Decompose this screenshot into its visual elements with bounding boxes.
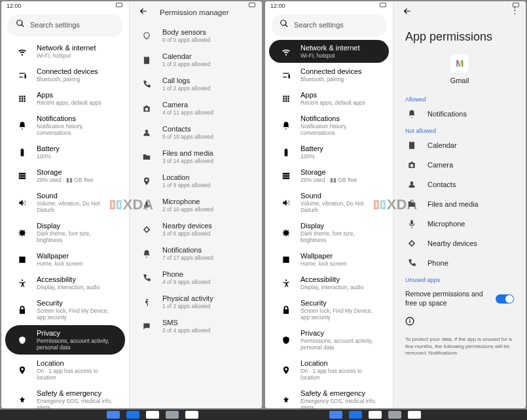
- app-perm-files-and-media[interactable]: Files and media: [393, 194, 526, 214]
- permission-location[interactable]: Location 1 of 9 apps allowed: [130, 169, 262, 193]
- settings-item-wallpaper[interactable]: Wallpaper Home, lock screen: [5, 248, 125, 271]
- lock-icon: [17, 305, 27, 315]
- perm-subtitle: 3 of 6 apps allowed: [162, 230, 212, 237]
- toggle-switch[interactable]: [496, 294, 514, 304]
- item-title: Battery: [37, 145, 60, 152]
- settings-item-connected-devices[interactable]: Connected devices Bluetooth, pairing: [269, 63, 389, 86]
- taskbar-app-icon[interactable]: [408, 411, 421, 419]
- perm-title: Call logs: [162, 77, 210, 84]
- taskbar-app-icon[interactable]: [369, 411, 382, 419]
- contacts-icon: [141, 128, 152, 138]
- taskbar: [0, 410, 527, 420]
- tablet-left: 12:00 Search settings Network & internet…: [1, 1, 262, 408]
- taskbar-app-icon[interactable]: [166, 411, 179, 419]
- taskbar-app-icon[interactable]: [107, 411, 120, 419]
- perm-title: Phone: [162, 270, 210, 278]
- taskbar-app-icon[interactable]: [388, 411, 401, 419]
- location-icon: [141, 176, 152, 186]
- settings-item-accessibility[interactable]: Accessibility Display, interaction, audi…: [269, 271, 389, 294]
- perm-subtitle: 1 of 2 apps allowed: [162, 303, 213, 309]
- app-perm-camera[interactable]: Camera: [393, 155, 526, 175]
- permission-body-sensors[interactable]: Body sensors 0 of 0 apps allowed: [130, 24, 262, 48]
- settings-item-wallpaper[interactable]: Wallpaper Home, lock screen: [269, 248, 389, 271]
- item-subtitle: Permissions, account activity, personal …: [37, 338, 116, 351]
- settings-item-security[interactable]: Security Screen lock, Find My Device, ap…: [269, 295, 389, 324]
- info-icon: [405, 317, 414, 328]
- settings-item-connected-devices[interactable]: Connected devices Bluetooth, pairing: [5, 63, 125, 86]
- phone-icon: [407, 258, 417, 268]
- files-icon: [407, 199, 417, 209]
- permission-contacts[interactable]: Contacts 5 of 15 apps allowed: [130, 120, 262, 145]
- taskbar-app-icon[interactable]: [329, 411, 342, 419]
- battery-status-icon: [380, 3, 386, 7]
- permission-calendar[interactable]: Calendar 1 of 2 apps allowed: [130, 48, 262, 72]
- search-icon: [16, 19, 25, 31]
- settings-item-privacy[interactable]: Privacy Permissions, account activity, p…: [269, 325, 389, 355]
- settings-item-battery[interactable]: Battery 100%: [269, 141, 389, 164]
- item-subtitle: Notification history, conversations: [37, 123, 116, 136]
- search-box[interactable]: Search settings: [8, 14, 122, 35]
- bell-icon: [281, 120, 291, 131]
- permission-call-logs[interactable]: Call logs 1 of 2 apps allowed: [130, 72, 262, 96]
- permission-files-and-media[interactable]: Files and media 3 of 14 apps allowed: [130, 145, 262, 169]
- settings-item-apps[interactable]: Apps Recent apps, default apps: [5, 87, 125, 110]
- tablet-right: 12:00 Search settings Network & internet…: [265, 1, 526, 408]
- settings-item-safety-emergency[interactable]: Safety & emergency Emergency SOS, medica…: [5, 385, 125, 408]
- permission-nearby-devices[interactable]: Nearby devices 3 of 6 apps allowed: [130, 217, 262, 241]
- perm-label: Phone: [427, 259, 448, 267]
- permission-microphone[interactable]: Microphone 2 of 10 apps allowed: [130, 193, 262, 217]
- nearby-icon: [141, 224, 152, 235]
- calendar-icon: [407, 140, 417, 150]
- app-perm-phone[interactable]: Phone: [393, 253, 526, 273]
- app-perm-nearby-devices[interactable]: Nearby devices: [393, 234, 526, 253]
- apps-icon: [281, 94, 291, 104]
- settings-item-sound[interactable]: Sound Volume, vibration, Do Not Disturb: [5, 188, 125, 217]
- permission-physical-activity[interactable]: Physical activity 1 of 2 apps allowed: [130, 290, 262, 314]
- settings-item-safety-emergency[interactable]: Safety & emergency Emergency SOS, medica…: [269, 385, 389, 408]
- app-perm-contacts[interactable]: Contacts: [393, 175, 526, 194]
- privacy-icon: [281, 335, 291, 345]
- settings-item-storage[interactable]: Storage 29% used · ▮▮ GB free: [269, 164, 389, 187]
- permission-camera[interactable]: Camera 4 of 11 apps allowed: [130, 96, 262, 120]
- app-perm-notifications[interactable]: Notifications: [393, 104, 526, 124]
- settings-item-storage[interactable]: Storage 29% used · ▮▮ GB free: [5, 164, 125, 187]
- settings-item-location[interactable]: Location On · 1 app has access to locati…: [269, 355, 389, 385]
- back-icon[interactable]: [403, 7, 412, 18]
- permission-notifications[interactable]: Notifications 7 of 17 apps allowed: [130, 241, 262, 266]
- info-row: [393, 313, 526, 332]
- item-subtitle: Emergency SOS, medical info, alerts: [300, 398, 380, 408]
- app-perm-microphone[interactable]: Microphone: [393, 214, 526, 234]
- remove-permissions-toggle-row: Remove permissions and free up space: [393, 285, 526, 313]
- back-icon[interactable]: [139, 7, 148, 18]
- permission-sms[interactable]: SMS 2 of 4 apps allowed: [130, 314, 262, 338]
- item-title: Sound: [300, 192, 380, 200]
- settings-item-network-internet[interactable]: Network & internet Wi-Fi, hotspot: [5, 40, 125, 63]
- app-perm-calendar[interactable]: Calendar: [393, 135, 526, 155]
- settings-item-network-internet[interactable]: Network & internet Wi-Fi, hotspot: [269, 40, 389, 63]
- item-title: Network & internet: [300, 44, 359, 52]
- permission-phone[interactable]: Phone 4 of 9 apps allowed: [130, 266, 262, 290]
- search-box[interactable]: Search settings: [272, 14, 386, 35]
- taskbar-app-icon[interactable]: [146, 411, 159, 419]
- settings-item-apps[interactable]: Apps Recent apps, default apps: [269, 87, 389, 110]
- app-name: Gmail: [393, 77, 526, 84]
- settings-item-location[interactable]: Location On · 1 app has access to locati…: [5, 355, 125, 385]
- settings-item-accessibility[interactable]: Accessibility Display, interaction, audi…: [5, 271, 125, 294]
- item-title: Wallpaper: [37, 252, 82, 260]
- overflow-icon[interactable]: ⋮: [511, 8, 519, 13]
- taskbar-app-icon[interactable]: [185, 411, 198, 419]
- settings-item-notifications[interactable]: Notifications Notification history, conv…: [269, 111, 389, 140]
- settings-item-privacy[interactable]: Privacy Permissions, account activity, p…: [5, 325, 125, 355]
- settings-item-battery[interactable]: Battery 100%: [5, 141, 125, 164]
- taskbar-app-icon[interactable]: [349, 411, 362, 419]
- settings-item-sound[interactable]: Sound Volume, vibration, Do Not Disturb: [269, 188, 389, 217]
- taskbar-app-icon[interactable]: [126, 411, 139, 419]
- a11y-icon: [281, 278, 291, 289]
- settings-item-security[interactable]: Security Screen lock, Find My Device, ap…: [5, 295, 125, 324]
- app-perm-title: App permissions: [393, 24, 526, 53]
- settings-item-display[interactable]: Display Dark theme, font size, brightnes…: [269, 218, 389, 247]
- item-subtitle: Volume, vibration, Do Not Disturb: [300, 200, 380, 213]
- perm-subtitle: 1 of 9 apps allowed: [162, 182, 210, 188]
- settings-item-notifications[interactable]: Notifications Notification history, conv…: [5, 111, 125, 140]
- settings-item-display[interactable]: Display Dark theme, font size, brightnes…: [5, 218, 125, 247]
